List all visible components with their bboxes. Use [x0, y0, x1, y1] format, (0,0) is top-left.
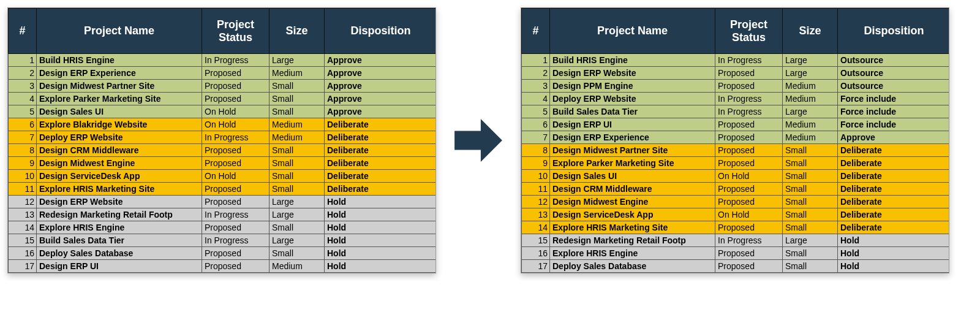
col-number-header[interactable]: # [9, 9, 37, 54]
cell-project-status: Proposed [715, 157, 783, 170]
cell-number: 15 [522, 234, 550, 247]
cell-project-status: On Hold [715, 208, 783, 221]
cell-disposition: Force include [838, 118, 950, 131]
table-row[interactable]: 10Design Sales UIOn HoldSmallDeliberate [522, 170, 950, 183]
table-row[interactable]: 1Build HRIS EngineIn ProgressLargeOutsou… [522, 54, 950, 67]
cell-project-status: Proposed [202, 247, 270, 260]
table-row[interactable]: 5Build Sales Data TierIn ProgressLargeFo… [522, 105, 950, 118]
header-row: # Project Name ProjectStatus Size Dispos… [522, 9, 950, 54]
cell-project-status: On Hold [202, 105, 270, 118]
table-row[interactable]: 16Deploy Sales DatabaseProposedSmallHold [9, 247, 437, 260]
table-row[interactable]: 10Design ServiceDesk AppOn HoldSmallDeli… [9, 170, 437, 183]
table-row[interactable]: 12Design Midwest EngineProposedSmallDeli… [522, 196, 950, 208]
cell-project-name: Build HRIS Engine [550, 54, 715, 67]
cell-number: 10 [9, 170, 37, 183]
cell-project-status: Proposed [202, 157, 270, 170]
cell-disposition: Approve [325, 105, 437, 118]
cell-project-name: Redesign Marketing Retail Footp [550, 234, 715, 247]
cell-disposition: Deliberate [325, 144, 437, 157]
cell-size: Small [783, 208, 838, 221]
cell-number: 7 [522, 131, 550, 144]
cell-disposition: Approve [838, 131, 950, 144]
cell-size: Large [783, 234, 838, 247]
col-project-status-header[interactable]: ProjectStatus [202, 9, 270, 54]
cell-project-status: Proposed [715, 260, 783, 273]
table-row[interactable]: 8Design CRM MiddlewareProposedSmallDelib… [9, 144, 437, 157]
cell-project-name: Explore Blakridge Website [37, 118, 202, 131]
cell-size: Large [270, 196, 325, 208]
cell-size: Large [270, 234, 325, 247]
table-row[interactable]: 7Deploy ERP WebsiteIn ProgressMediumDeli… [9, 131, 437, 144]
table-row[interactable]: 4Explore Parker Marketing SiteProposedSm… [9, 93, 437, 105]
col-number-header[interactable]: # [522, 9, 550, 54]
cell-disposition: Hold [325, 196, 437, 208]
cell-number: 6 [9, 118, 37, 131]
col-disposition-header[interactable]: Disposition [838, 9, 950, 54]
table-row[interactable]: 5Design Sales UIOn HoldSmallApprove [9, 105, 437, 118]
col-project-name-header[interactable]: Project Name [550, 9, 715, 54]
cell-project-name: Design Midwest Partner Site [37, 80, 202, 93]
arrow-right-icon [451, 113, 506, 168]
cell-disposition: Deliberate [838, 183, 950, 196]
cell-number: 13 [9, 208, 37, 221]
table-row[interactable]: 9Design Midwest EngineProposedSmallDelib… [9, 157, 437, 170]
cell-project-name: Redesign Marketing Retail Footp [37, 208, 202, 221]
table-row[interactable]: 17Design ERP UIProposedMediumHold [9, 260, 437, 273]
cell-disposition: Hold [325, 221, 437, 234]
table-row[interactable]: 15Redesign Marketing Retail FootpIn Prog… [522, 234, 950, 247]
table-row[interactable]: 6Explore Blakridge WebsiteOn HoldMediumD… [9, 118, 437, 131]
table-row[interactable]: 4Deploy ERP WebsiteIn ProgressMediumForc… [522, 93, 950, 105]
table-row[interactable]: 1Build HRIS EngineIn ProgressLargeApprov… [9, 54, 437, 67]
table-row[interactable]: 14Explore HRIS EngineProposedSmallHold [9, 221, 437, 234]
cell-size: Small [270, 221, 325, 234]
table-row[interactable]: 11Design CRM MiddlewareProposedSmallDeli… [522, 183, 950, 196]
table-row[interactable]: 14Explore HRIS Marketing SiteProposedSma… [522, 221, 950, 234]
cell-project-name: Deploy Sales Database [37, 247, 202, 260]
cell-size: Large [783, 105, 838, 118]
cell-project-status: Proposed [202, 144, 270, 157]
table-row[interactable]: 12Design ERP WebsiteProposedLargeHold [9, 196, 437, 208]
col-project-name-header[interactable]: Project Name [37, 9, 202, 54]
cell-number: 14 [9, 221, 37, 234]
table-row[interactable]: 13Redesign Marketing Retail FootpIn Prog… [9, 208, 437, 221]
table-row[interactable]: 8Design Midwest Partner SiteProposedSmal… [522, 144, 950, 157]
cell-disposition: Hold [325, 260, 437, 273]
cell-number: 3 [9, 80, 37, 93]
table-row[interactable]: 7Design ERP ExperienceProposedMediumAppr… [522, 131, 950, 144]
table-row[interactable]: 16Explore HRIS EngineProposedSmallHold [522, 247, 950, 260]
cell-project-status: Proposed [715, 196, 783, 208]
cell-disposition: Deliberate [838, 221, 950, 234]
cell-project-name: Build HRIS Engine [37, 54, 202, 67]
cell-project-status: In Progress [715, 54, 783, 67]
table-row[interactable]: 9Explore Parker Marketing SiteProposedSm… [522, 157, 950, 170]
cell-number: 8 [9, 144, 37, 157]
cell-number: 17 [9, 260, 37, 273]
cell-number: 9 [522, 157, 550, 170]
col-size-header[interactable]: Size [783, 9, 838, 54]
table-row[interactable]: 15Build Sales Data TierIn ProgressLargeH… [9, 234, 437, 247]
cell-disposition: Approve [325, 80, 437, 93]
cell-disposition: Deliberate [325, 157, 437, 170]
cell-project-status: Proposed [202, 221, 270, 234]
cell-disposition: Hold [838, 234, 950, 247]
cell-size: Small [783, 260, 838, 273]
cell-disposition: Hold [838, 247, 950, 260]
table-row[interactable]: 3Design PPM EngineProposedMediumOutsourc… [522, 80, 950, 93]
col-project-status-header[interactable]: ProjectStatus [715, 9, 783, 54]
table-row[interactable]: 2Design ERP ExperienceProposedMediumAppr… [9, 67, 437, 80]
table-row[interactable]: 11Explore HRIS Marketing SiteProposedSma… [9, 183, 437, 196]
cell-project-name: Explore HRIS Marketing Site [37, 183, 202, 196]
table-row[interactable]: 13Design ServiceDesk AppOn HoldSmallDeli… [522, 208, 950, 221]
col-disposition-header[interactable]: Disposition [325, 9, 437, 54]
cell-project-name: Design ERP Experience [37, 67, 202, 80]
cell-disposition: Deliberate [838, 144, 950, 157]
cell-disposition: Hold [838, 260, 950, 273]
table-row[interactable]: 2Design ERP WebsiteProposedLargeOutsourc… [522, 67, 950, 80]
table-row[interactable]: 3Design Midwest Partner SiteProposedSmal… [9, 80, 437, 93]
cell-number: 2 [522, 67, 550, 80]
table-row[interactable]: 6Design ERP UIProposedMediumForce includ… [522, 118, 950, 131]
cell-project-name: Design PPM Engine [550, 80, 715, 93]
cell-size: Small [783, 221, 838, 234]
col-size-header[interactable]: Size [270, 9, 325, 54]
table-row[interactable]: 17Deploy Sales DatabaseProposedSmallHold [522, 260, 950, 273]
